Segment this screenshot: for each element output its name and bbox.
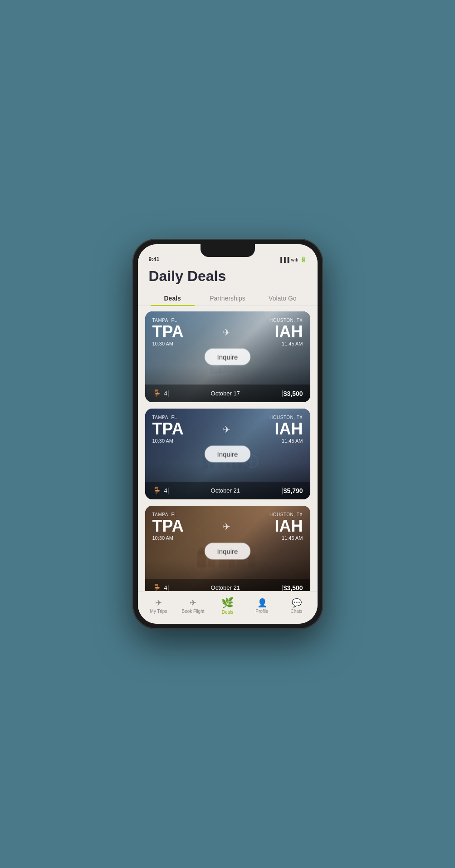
card-footer-3: 🪑 4 | October 21 | $3,500 <box>145 579 310 591</box>
from-time-2: 10:30 AM <box>152 438 184 444</box>
flight-info-2: TAMPA, FL TPA 10:30 AM ✈ HOUSTON, TX IAH… <box>152 415 303 444</box>
from-time-3: 10:30 AM <box>152 535 184 541</box>
card-footer-2: 🪑 4 | October 21 | $5,790 <box>145 482 310 499</box>
from-airport-3: TAMPA, FL TPA 10:30 AM <box>152 512 184 541</box>
to-airport-2: HOUSTON, TX IAH 11:45 AM <box>269 415 303 444</box>
to-code-2: IAH <box>269 420 303 438</box>
wifi-icon: wifi <box>291 257 298 262</box>
inquire-button-2[interactable]: Inquire <box>205 446 251 463</box>
to-code-3: IAH <box>269 517 303 535</box>
deal-card-1[interactable]: TAMPA, FL TPA 10:30 AM ✈ HOUSTON, TX IAH… <box>145 311 310 402</box>
price-3: $3,500 <box>284 584 303 592</box>
nav-deals[interactable]: 🌿 Deals <box>210 597 245 615</box>
book-flight-label: Book Flight <box>181 609 204 614</box>
inquire-button-1[interactable]: Inquire <box>205 349 251 365</box>
seat-icon-3: 🪑 <box>152 583 161 591</box>
date-2: October 21 <box>169 487 282 494</box>
plane-icon-3: ✈ <box>223 521 230 532</box>
tab-deals[interactable]: Deals <box>145 290 200 306</box>
from-airport-1: TAMPA, FL TPA 10:30 AM <box>152 318 184 346</box>
plane-icon-2: ✈ <box>223 424 230 435</box>
profile-label: Profile <box>255 609 268 614</box>
seats-info-1: 🪑 4 <box>152 389 167 398</box>
status-time: 9:41 <box>149 256 160 262</box>
nav-book-flight[interactable]: ✈ Book Flight <box>176 598 210 614</box>
nav-chats[interactable]: 💬 Chats <box>279 598 314 614</box>
profile-icon: 👤 <box>257 598 267 608</box>
card-content-3: TAMPA, FL TPA 10:30 AM ✈ HOUSTON, TX IAH… <box>145 506 310 591</box>
flight-info-3: TAMPA, FL TPA 10:30 AM ✈ HOUSTON, TX IAH… <box>152 512 303 541</box>
to-time-1: 11:45 AM <box>269 341 303 346</box>
from-code-1: TPA <box>152 323 184 341</box>
seats-info-2: 🪑 4 <box>152 486 167 495</box>
flight-info-1: TAMPA, FL TPA 10:30 AM ✈ HOUSTON, TX IAH… <box>152 318 303 346</box>
phone-notch <box>201 244 255 257</box>
page-title: Daily Deals <box>149 268 307 285</box>
from-code-2: TPA <box>152 420 184 438</box>
plane-icon-1: ✈ <box>223 327 230 338</box>
seat-icon-2: 🪑 <box>152 486 161 495</box>
status-icons: ▐▐▐ wifi 🔋 <box>279 256 306 262</box>
my-trips-icon: ✈ <box>155 598 162 608</box>
bottom-nav: ✈ My Trips ✈ Book Flight 🌿 Deals 👤 Profi… <box>138 591 318 624</box>
my-trips-label: My Trips <box>150 609 167 614</box>
deal-card-2[interactable]: TAMPA, FL TPA 10:30 AM ✈ HOUSTON, TX IAH… <box>145 409 310 499</box>
to-code-1: IAH <box>269 323 303 341</box>
deals-nav-label: Deals <box>222 610 234 615</box>
seats-info-3: 🪑 4 <box>152 583 167 591</box>
nav-profile[interactable]: 👤 Profile <box>245 598 279 614</box>
phone-frame: 9:41 ▐▐▐ wifi 🔋 Daily Deals Deals Partne… <box>132 239 323 629</box>
deal-card-3[interactable]: TAMPA, FL TPA 10:30 AM ✈ HOUSTON, TX IAH… <box>145 506 310 591</box>
from-code-3: TPA <box>152 517 184 535</box>
deals-list: TAMPA, FL TPA 10:30 AM ✈ HOUSTON, TX IAH… <box>138 306 318 591</box>
chats-icon: 💬 <box>292 598 302 608</box>
chats-label: Chats <box>290 609 302 614</box>
tab-volato-go[interactable]: Volato Go <box>255 290 310 306</box>
nav-my-trips[interactable]: ✈ My Trips <box>142 598 176 614</box>
battery-icon: 🔋 <box>300 256 307 262</box>
inquire-button-3[interactable]: Inquire <box>205 543 251 560</box>
signal-icon: ▐▐▐ <box>279 257 289 262</box>
deals-icon: 🌿 <box>221 597 234 609</box>
date-1: October 17 <box>169 390 282 397</box>
from-airport-2: TAMPA, FL TPA 10:30 AM <box>152 415 184 444</box>
price-2: $5,790 <box>284 487 303 494</box>
card-footer-1: 🪑 4 | October 17 | $3,500 <box>145 385 310 402</box>
seat-icon-1: 🪑 <box>152 389 161 398</box>
to-airport-3: HOUSTON, TX IAH 11:45 AM <box>269 512 303 541</box>
tab-partnerships[interactable]: Partnerships <box>200 290 255 306</box>
from-time-1: 10:30 AM <box>152 341 184 346</box>
to-time-3: 11:45 AM <box>269 535 303 541</box>
to-airport-1: HOUSTON, TX IAH 11:45 AM <box>269 318 303 346</box>
date-3: October 21 <box>169 584 282 591</box>
header: Daily Deals <box>138 264 318 290</box>
price-1: $3,500 <box>284 390 303 397</box>
phone-screen: 9:41 ▐▐▐ wifi 🔋 Daily Deals Deals Partne… <box>138 244 318 624</box>
tabs-bar: Deals Partnerships Volato Go <box>138 290 318 306</box>
to-time-2: 11:45 AM <box>269 438 303 444</box>
book-flight-icon: ✈ <box>190 598 196 608</box>
